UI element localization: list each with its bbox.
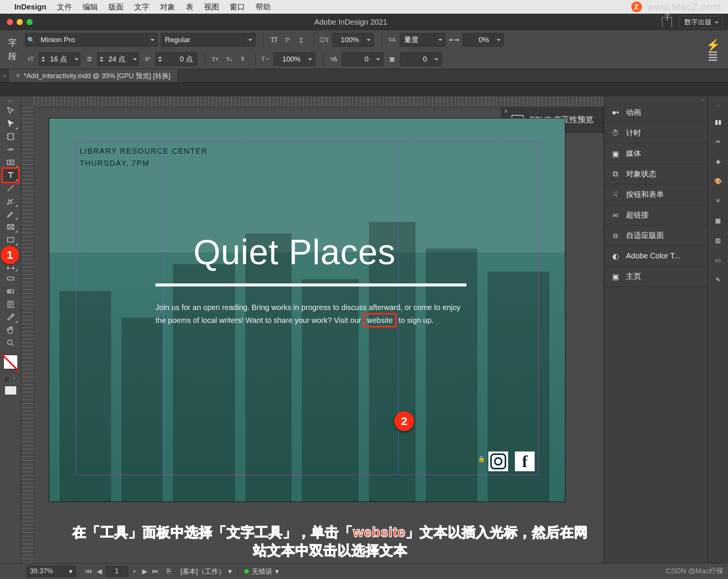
page-number-field[interactable]: 1 — [105, 566, 128, 577]
wrap-icon[interactable]: ✎ — [712, 274, 724, 285]
share-icon[interactable] — [662, 17, 672, 27]
strikethrough-icon[interactable]: T — [237, 53, 248, 65]
character-mode-button[interactable]: 字 — [8, 37, 17, 49]
note-tool[interactable] — [3, 298, 18, 311]
kerning-field[interactable]: 量度 — [400, 33, 446, 47]
ruler-vertical[interactable] — [21, 107, 34, 563]
tab-chevron-icon[interactable]: » — [0, 72, 9, 80]
cc-libraries-icon[interactable]: ▮▮ — [712, 116, 724, 127]
font-family-field[interactable]: 🔍 Minion Pro — [25, 33, 158, 47]
close-tab-icon[interactable]: × — [16, 72, 20, 80]
panel-media[interactable]: ▣媒体 — [604, 143, 708, 164]
stroke-icon[interactable]: ≡ — [712, 195, 724, 206]
panel-hyperlinks[interactable]: ∞超链接 — [604, 205, 708, 225]
apply-target-row[interactable]: T — [4, 376, 17, 382]
align-icon[interactable]: ▭ — [712, 254, 724, 266]
content-collector-tool[interactable] — [3, 156, 18, 169]
color-icon[interactable]: 🎨 — [712, 175, 724, 187]
canvas-area[interactable]: × <> EPUB 交互性预览 — [21, 96, 604, 563]
superscript-icon[interactable]: T¹ — [282, 34, 293, 46]
fill-stroke-swatch[interactable] — [3, 355, 18, 369]
font-style-field[interactable]: Regular — [161, 33, 256, 47]
layers-icon[interactable]: ◈ — [712, 156, 724, 167]
open-icon[interactable]: ⎘ — [164, 567, 174, 575]
panel-pages[interactable]: ▣主页 — [604, 266, 708, 287]
tracking-field[interactable]: 0 — [342, 52, 383, 66]
eyedropper-tool[interactable] — [3, 311, 18, 324]
toolbox-grip-icon[interactable]: ▸▸ — [8, 99, 13, 103]
facebook-icon[interactable]: f — [515, 452, 535, 471]
title-text-frame[interactable]: Quiet Places Join us for an open reading… — [155, 232, 497, 327]
document-page[interactable]: LIBRARY RESOURCE CENTER THURSDAY, 7PM Qu… — [49, 118, 565, 502]
hand-tool[interactable] — [3, 324, 18, 337]
last-page-button[interactable]: ⏭ — [151, 567, 160, 576]
collapsed-grip-icon[interactable]: ‹‹ — [717, 102, 720, 108]
window-minimize-button[interactable] — [17, 19, 23, 25]
prev-page-button[interactable]: ◀ — [95, 567, 104, 576]
header-text-frame[interactable]: LIBRARY RESOURCE CENTER THURSDAY, 7PM — [80, 145, 208, 169]
menu-layout[interactable]: 版面 — [103, 0, 129, 14]
panel-buttons-forms[interactable]: ☟按钮和表单 — [604, 184, 708, 205]
preflight-status[interactable]: 无错误▾ — [238, 566, 285, 577]
page-tool[interactable] — [3, 130, 18, 143]
first-page-button[interactable]: ⏮ — [84, 567, 93, 576]
view-mode-button[interactable] — [5, 386, 17, 395]
body-text[interactable]: Join us for an open reading. Bring works… — [155, 302, 466, 327]
menu-help[interactable]: 帮助 — [250, 0, 276, 14]
next-page-button[interactable]: ▶ — [140, 567, 149, 576]
smallcaps-icon[interactable]: Tᴛ — [210, 53, 221, 65]
menu-file[interactable]: 文件 — [52, 0, 77, 14]
instagram-icon[interactable] — [488, 452, 508, 471]
menu-table[interactable]: 表 — [180, 0, 199, 14]
panel-object-states[interactable]: ⧉对象状态 — [604, 164, 708, 184]
menu-view[interactable]: 视图 — [199, 0, 224, 14]
direct-selection-tool[interactable] — [3, 117, 18, 130]
tsume-field[interactable]: 0% — [462, 33, 504, 47]
menu-edit[interactable]: 编辑 — [77, 0, 103, 14]
gap-tool[interactable] — [3, 143, 18, 156]
swatches-icon[interactable]: ▦ — [712, 215, 724, 226]
menu-window[interactable]: 窗口 — [224, 0, 250, 14]
selection-tool[interactable] — [3, 104, 18, 117]
grid-icon[interactable]: ▥ — [712, 234, 724, 246]
rectangle-tool[interactable] — [3, 233, 18, 246]
line-tool[interactable] — [3, 182, 18, 195]
gradient-feather-tool[interactable] — [3, 285, 18, 298]
type-tool[interactable] — [3, 169, 18, 182]
pen-tool[interactable] — [3, 195, 18, 208]
horizontal-scale-field[interactable]: 100% — [274, 52, 315, 66]
vertical-scale-field[interactable]: 100% — [332, 33, 374, 47]
website-link-selected[interactable]: website — [363, 313, 397, 327]
menu-object[interactable]: 对象 — [155, 0, 180, 14]
leading-field[interactable]: 24 点 — [97, 52, 139, 66]
panel-animation[interactable]: ●•动画 — [604, 102, 708, 123]
ruler-horizontal[interactable] — [34, 96, 604, 107]
document-tab[interactable]: × *Add_interactivity.indd @ 39% [GPU 预览]… — [9, 69, 177, 82]
window-close-button[interactable] — [7, 19, 13, 25]
paragraph-mode-button[interactable]: 段 — [8, 51, 17, 62]
font-size-field[interactable]: 16 点 — [39, 52, 80, 66]
allcaps-icon[interactable]: TT — [268, 34, 279, 46]
panel-timing[interactable]: ⏱计时 — [604, 123, 708, 143]
workspace-dropdown[interactable]: 数字出版 — [679, 16, 723, 28]
close-icon[interactable]: × — [504, 107, 508, 115]
app-name[interactable]: InDesign — [14, 3, 46, 11]
rectangle-frame-tool[interactable] — [3, 220, 18, 233]
links-icon[interactable]: ∞ — [712, 136, 724, 147]
pasteboard[interactable]: × <> EPUB 交互性预览 — [34, 107, 604, 563]
menu-type[interactable]: 文字 — [129, 0, 155, 14]
pencil-tool[interactable] — [3, 208, 18, 220]
control-menu-icon[interactable] — [709, 52, 717, 61]
zoom-tool[interactable] — [3, 337, 18, 349]
window-maximize-button[interactable] — [27, 19, 33, 25]
grid-field[interactable]: 0 — [400, 52, 442, 66]
quick-apply-icon[interactable]: ⚡ — [706, 38, 720, 52]
preflight-profile[interactable]: [基本]（工作）▾ — [174, 566, 238, 577]
underline-icon[interactable]: T — [295, 34, 307, 46]
subscript-icon[interactable]: T₁ — [223, 53, 235, 65]
panel-liquid-layout[interactable]: ⧈自适应版面 — [604, 225, 708, 246]
gradient-swatch-tool[interactable] — [3, 272, 18, 285]
baseline-shift-field[interactable]: 0 点 — [155, 52, 197, 66]
zoom-field[interactable]: 39.37%▾ — [27, 566, 76, 577]
panel-grip-icon[interactable]: ‹‹ — [604, 96, 708, 102]
